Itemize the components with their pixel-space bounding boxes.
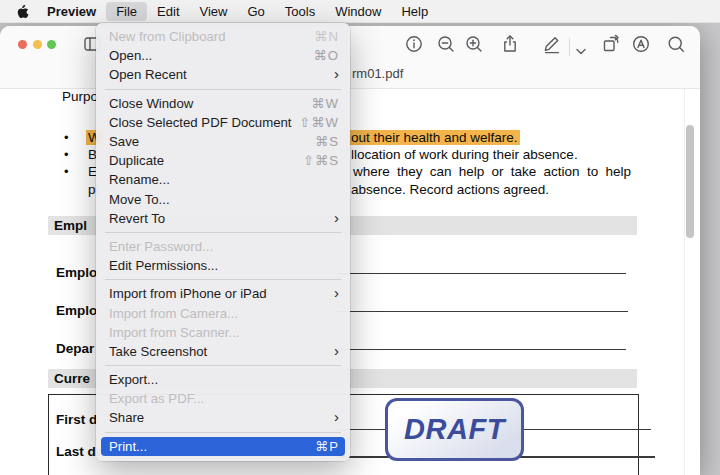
menu-item-label: Close Window xyxy=(109,96,193,111)
draft-stamp: DRAFT xyxy=(385,398,524,461)
menu-item-label: Duplicate xyxy=(109,153,164,168)
menu-item-save[interactable]: Save⌘S xyxy=(96,132,350,151)
menu-item-shortcut: ⇧⌘W xyxy=(299,115,339,130)
menu-item-label: Save xyxy=(109,134,139,149)
menu-divider xyxy=(105,365,341,366)
info-icon[interactable] xyxy=(404,34,424,54)
search-icon[interactable] xyxy=(666,34,686,54)
menu-item-label: Share xyxy=(109,410,144,425)
menubar-item-window[interactable]: Window xyxy=(325,2,391,21)
menu-item-label: Import from Camera... xyxy=(109,306,238,321)
form-field-line xyxy=(335,349,626,350)
menu-item-label: Move To... xyxy=(109,192,170,207)
doc-bullet-right: llocation of work during their absence. xyxy=(351,147,578,162)
markup-icon[interactable] xyxy=(542,34,562,54)
menu-item-label: Export as PDF... xyxy=(109,391,204,406)
form-field-line xyxy=(337,311,628,312)
zoom-out-icon[interactable] xyxy=(436,34,456,54)
menu-item-label: Open... xyxy=(109,48,152,63)
menu-divider xyxy=(105,232,341,233)
menu-item-share[interactable]: Share› xyxy=(96,408,350,427)
menubar-item-help[interactable]: Help xyxy=(391,2,438,21)
chevron-down-icon[interactable] xyxy=(576,41,596,61)
menu-item-label: Close Selected PDF Document xyxy=(109,115,292,130)
bullet-icon: • xyxy=(64,130,69,145)
annotate-icon[interactable] xyxy=(631,34,651,54)
menu-item-label: New from Clipboard xyxy=(109,29,226,44)
menu-item-move-to[interactable]: Move To... xyxy=(96,190,350,209)
window-title: rm01.pdf xyxy=(352,66,403,81)
menubar-item-file[interactable]: File xyxy=(106,2,147,21)
menu-item-shortcut: ⌘O xyxy=(314,48,339,63)
menu-item-print[interactable]: Print...⌘P xyxy=(101,437,345,457)
submenu-arrow-icon: › xyxy=(334,285,339,300)
menubar-item-view[interactable]: View xyxy=(190,2,238,21)
menu-divider xyxy=(105,279,341,280)
doc-field-label: Emplo xyxy=(56,265,97,280)
menu-item-edit-permissions[interactable]: Edit Permissions... xyxy=(96,256,350,275)
form-field-line xyxy=(337,273,626,274)
doc-field-label: Depar xyxy=(56,341,94,356)
menu-item-take-screenshot[interactable]: Take Screenshot› xyxy=(96,342,350,361)
submenu-arrow-icon: › xyxy=(334,210,339,225)
minimize-window-button[interactable] xyxy=(33,40,42,49)
menubar-item-go[interactable]: Go xyxy=(237,2,274,21)
doc-bullet-right: out their health and welfare. xyxy=(349,130,520,145)
menu-item-label: Print... xyxy=(109,439,147,454)
share-icon[interactable] xyxy=(500,34,520,54)
menu-item-shortcut: ⌘P xyxy=(315,439,339,454)
desktop: Preview File Edit View Go Tools Window H… xyxy=(0,0,720,475)
page-edge xyxy=(684,89,685,475)
menu-item-label: Open Recent xyxy=(109,67,187,82)
menubar-item-edit[interactable]: Edit xyxy=(147,2,189,21)
menu-item-export[interactable]: Export... xyxy=(96,370,350,389)
menu-item-shortcut: ⌘W xyxy=(311,96,339,111)
scrollbar-thumb[interactable] xyxy=(686,125,694,238)
menu-item-open-recent[interactable]: Open Recent› xyxy=(96,65,350,84)
zoom-in-icon[interactable] xyxy=(464,34,484,54)
menu-divider xyxy=(105,432,341,433)
doc-heading: Purpo xyxy=(62,89,98,104)
menu-item-shortcut: ⌘S xyxy=(315,134,339,149)
bullet-icon: • xyxy=(64,164,69,179)
menu-item-label: Rename... xyxy=(109,172,170,187)
menu-item-label: Import from iPhone or iPad xyxy=(109,286,267,301)
menu-item-shortcut: ⌘N xyxy=(314,29,339,44)
menu-item-enter-password: Enter Password... xyxy=(96,237,350,256)
menu-item-close-window[interactable]: Close Window⌘W xyxy=(96,94,350,113)
menubar-item-tools[interactable]: Tools xyxy=(275,2,325,21)
doc-bullet-right: where they can help or take action to he… xyxy=(353,164,631,179)
toolbar-divider xyxy=(569,38,570,56)
submenu-arrow-icon: › xyxy=(334,409,339,424)
menu-item-rename[interactable]: Rename... xyxy=(96,170,350,189)
menu-item-label: Import from Scanner... xyxy=(109,325,239,340)
doc-field-label: Emplo xyxy=(56,303,97,318)
submenu-arrow-icon: › xyxy=(334,343,339,358)
menu-item-duplicate[interactable]: Duplicate⇧⌘S xyxy=(96,151,350,170)
menu-item-export-as-pdf: Export as PDF... xyxy=(96,389,350,408)
menu-item-revert-to[interactable]: Revert To› xyxy=(96,209,350,228)
menu-item-new-from-clipboard: New from Clipboard⌘N xyxy=(96,27,350,46)
doc-bullet-right: absence. Record actions agreed. xyxy=(351,182,549,197)
zoom-window-button[interactable] xyxy=(47,40,56,49)
menu-item-label: Take Screenshot xyxy=(109,344,207,359)
close-window-button[interactable] xyxy=(18,40,27,49)
menu-item-import-from-camera: Import from Camera... xyxy=(96,303,350,322)
menubar-item-preview[interactable]: Preview xyxy=(37,2,106,21)
rotate-icon[interactable] xyxy=(601,34,621,54)
menu-item-label: Export... xyxy=(109,372,158,387)
menu-item-label: Enter Password... xyxy=(109,239,213,254)
system-menu-bar: Preview File Edit View Go Tools Window H… xyxy=(0,0,720,23)
menu-item-shortcut: ⇧⌘S xyxy=(303,153,339,168)
bullet-icon: • xyxy=(64,147,69,162)
menu-item-import-from-scanner: Import from Scanner... xyxy=(96,323,350,342)
menu-divider xyxy=(105,89,341,90)
menu-item-close-selected-pdf-document[interactable]: Close Selected PDF Document⇧⌘W xyxy=(96,113,350,132)
submenu-arrow-icon: › xyxy=(334,66,339,81)
apple-logo-icon[interactable] xyxy=(16,4,29,19)
file-menu: New from Clipboard⌘NOpen...⌘OOpen Recent… xyxy=(96,23,350,461)
menu-item-import-from-iphone-or-ipad[interactable]: Import from iPhone or iPad› xyxy=(96,284,350,303)
menu-item-open[interactable]: Open...⌘O xyxy=(96,46,350,65)
menu-item-label: Edit Permissions... xyxy=(109,258,218,273)
doc-field-label: First d xyxy=(56,412,97,427)
